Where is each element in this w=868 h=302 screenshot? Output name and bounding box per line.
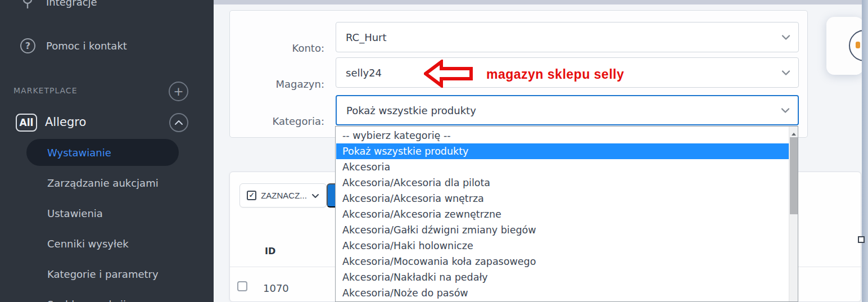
select-all-button[interactable]: ✓ ZAZNACZ... <box>239 183 327 208</box>
dropdown-options: -- wybierz kategorię -- Pokaż wszystkie … <box>336 128 789 301</box>
row-id-value: 1070 <box>263 282 289 294</box>
annotation-text: magazyn sklepu selly <box>486 67 624 82</box>
row-checkbox[interactable] <box>237 281 247 291</box>
dropdown-option[interactable]: Akcesoria/Haki holownicze <box>336 238 789 254</box>
sidebar-item-szablony-aukcji[interactable]: Szablony aukcji <box>0 296 214 302</box>
magazyn-select-value: selly24 <box>346 67 382 79</box>
dropdown-option[interactable]: Akcesoria/Nakładki na pedały <box>336 269 789 285</box>
all-badge: All <box>16 114 37 132</box>
kategoria-label: Kategoria: <box>230 115 324 127</box>
selection-handle[interactable] <box>858 236 865 243</box>
chevron-down-icon <box>781 32 790 43</box>
select-all-label: ZAZNACZ... <box>261 191 307 200</box>
konto-label: Konto: <box>230 42 324 54</box>
top-band <box>214 0 868 4</box>
id-column-header: ID <box>265 246 275 256</box>
help-dot-icon <box>856 42 860 48</box>
help-icon: ? <box>20 38 35 53</box>
dropdown-option[interactable]: Akcesoria/Akcesoria wnętrza <box>336 191 789 206</box>
checkbox-check-icon: ✓ <box>247 191 256 200</box>
dropdown-option[interactable]: Akcesoria/Gałki dźwigni zmiany biegów <box>336 222 789 238</box>
sidebar-item-label: Pomoc i kontakt <box>46 40 127 52</box>
browser-scrollbar[interactable] <box>862 0 868 302</box>
sidebar-item-label: Integracje <box>46 0 97 8</box>
help-card[interactable] <box>826 17 864 75</box>
dropdown-option-selected[interactable]: Pokaż wszystkie produkty <box>336 143 789 159</box>
sidebar-item-wystawianie[interactable]: Wystawianie <box>0 144 214 161</box>
konto-select[interactable]: RC_Hurt <box>336 22 799 52</box>
chevron-down-icon <box>781 67 790 78</box>
dropdown-option[interactable]: Akcesoria/Mocowania koła zapasowego <box>336 254 789 269</box>
scrollbar-thumb[interactable] <box>790 137 798 214</box>
collapse-allegro-button[interactable] <box>169 113 188 132</box>
marketplace-section: MARKETPLACE + <box>0 82 214 101</box>
sidebar-item-ustawienia[interactable]: Ustawienia <box>0 205 214 222</box>
sidebar-item-pomoc-i-kontakt[interactable]: ? Pomoc i kontakt <box>0 36 214 55</box>
kategoria-dropdown-list: -- wybierz kategorię -- Pokaż wszystkie … <box>335 126 798 302</box>
dropdown-option[interactable]: -- wybierz kategorię -- <box>336 128 789 143</box>
plug-icon <box>20 0 35 9</box>
allegro-label: Allegro <box>45 115 86 129</box>
dropdown-option[interactable]: Akcesoria/Akcesoria zewnętrzne <box>336 206 789 222</box>
sidebar-item-integracje[interactable]: Integracje <box>0 0 214 11</box>
sidebar-item-allegro[interactable]: All Allegro <box>0 111 214 134</box>
sidebar: Integracje ? Pomoc i kontakt MARKETPLACE… <box>0 0 214 302</box>
chevron-down-icon <box>311 191 319 200</box>
konto-select-value: RC_Hurt <box>346 31 387 43</box>
dropdown-option[interactable]: Akcesoria <box>336 159 789 175</box>
chevron-up-icon <box>174 120 183 125</box>
sidebar-item-kategorie-i-parametry[interactable]: Kategorie i parametry <box>0 265 214 282</box>
red-arrow-left-icon <box>424 60 473 88</box>
app-screen: Integracje ? Pomoc i kontakt MARKETPLACE… <box>0 0 868 302</box>
chevron-down-icon <box>781 105 790 116</box>
scrollbar-up-button[interactable] <box>789 128 798 136</box>
marketplace-section-label: MARKETPLACE <box>13 86 77 95</box>
dropdown-option[interactable]: Akcesoria/Akcesoria dla pilota <box>336 175 789 191</box>
dropdown-option[interactable]: Akcesoria/Noże do pasów <box>336 285 789 301</box>
magazyn-label: Magazyn: <box>230 78 324 90</box>
triangle-up-icon <box>792 133 796 136</box>
sidebar-item-zarzadzanie-aukcjami[interactable]: Zarządzanie aukcjami <box>0 174 214 191</box>
sidebar-item-cenniki-wysylek[interactable]: Cenniki wysyłek <box>0 235 214 252</box>
dropdown-scrollbar[interactable] <box>789 127 798 301</box>
add-marketplace-button[interactable]: + <box>169 82 188 101</box>
kategoria-select-value: Pokaż wszystkie produkty <box>346 105 476 116</box>
kategoria-select[interactable]: Pokaż wszystkie produkty <box>336 95 799 125</box>
